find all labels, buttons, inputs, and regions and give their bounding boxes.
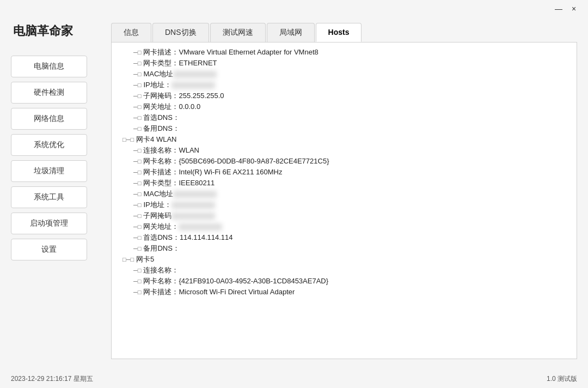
nic5-header-label: 网卡5	[136, 254, 154, 264]
nic4-gw-key: 网关地址：	[143, 222, 179, 232]
nic4-mac: ─□ MAC地址	[112, 189, 577, 199]
nic4-dns2-label: 备用DNS：	[143, 244, 179, 253]
nic3-type-label: 网卡类型：ETHERNET	[143, 58, 217, 68]
nic4-ip: ─□ IP地址：	[112, 199, 577, 210]
nic4-ip-value	[171, 202, 215, 209]
tab-lan[interactable]: 局域网	[267, 23, 315, 42]
content-box: ─□ 网卡描述：VMware Virtual Ethernet Adapter …	[111, 42, 577, 359]
collapse-icon: □─□	[122, 256, 134, 263]
nic3-dns2: ─□ 备用DNS：	[112, 123, 577, 134]
nic4-gw-value	[179, 223, 222, 231]
nic3-subnet: ─□ 子网掩码：255.255.255.0	[112, 90, 577, 101]
nic4-desc: ─□ 网卡描述：Intel(R) Wi-Fi 6E AX211 160MHz	[112, 167, 577, 178]
tab-bar: 信息 DNS切换 测试网速 局域网 Hosts	[111, 23, 577, 42]
leaf-icon: ─□	[133, 114, 141, 121]
leaf-icon: ─□	[133, 191, 141, 197]
nic3-desc-label: 网卡描述：VMware Virtual Ethernet Adapter for…	[143, 47, 318, 57]
tab-dns[interactable]: DNS切换	[152, 23, 209, 42]
nic4-connname-label: 连接名称：WLAN	[143, 146, 199, 155]
nic3-gw: ─□ 网关地址：0.0.0.0	[112, 101, 577, 112]
nic5-desc: ─□ 网卡描述：Microsoft Wi-Fi Direct Virtual A…	[112, 287, 577, 298]
titlebar: — ×	[0, 0, 588, 17]
nic3-mac-key: MAC地址	[143, 69, 173, 79]
nic4-subnet: ─□ 子网掩码	[112, 210, 577, 221]
leaf-icon: ─□	[133, 213, 141, 219]
leaf-icon: ─□	[133, 104, 141, 110]
nic4-header-label: 网卡4 WLAN	[136, 135, 176, 144]
leaf-icon: ─□	[133, 82, 141, 88]
nic3-ip: ─□ IP地址：	[112, 80, 577, 90]
nic4-nicname-label: 网卡名称：{505BC696-D0DB-4F80-9A87-82CE4E7721…	[143, 156, 329, 166]
leaf-icon: ─□	[133, 289, 141, 295]
nic5-connname-label: 连接名称：	[143, 265, 179, 275]
nic3-mac: ─□ MAC地址	[112, 69, 577, 80]
nic3-ip-key: IP地址：	[143, 80, 171, 90]
nic4-subnet-value	[171, 213, 215, 220]
nic3-type: ─□ 网卡类型：ETHERNET	[112, 58, 577, 69]
nic5-nicname-label: 网卡名称：{421FB910-0A03-4952-A30B-1CD8453AE7…	[143, 276, 328, 286]
leaf-icon: ─□	[133, 158, 141, 165]
leaf-icon: ─□	[133, 223, 141, 230]
tab-info[interactable]: 信息	[111, 23, 151, 42]
sidebar-item-settings[interactable]: 设置	[11, 239, 87, 260]
nic4-desc-label: 网卡描述：Intel(R) Wi-Fi 6E AX211 160MHz	[143, 167, 282, 177]
nic4-type: ─□ 网卡类型：IEEE80211	[112, 178, 577, 189]
nic4-dns1: ─□ 首选DNS：114.114.114.114	[112, 232, 577, 243]
nic4-header: □─□ 网卡4 WLAN	[112, 134, 577, 145]
sidebar: 电脑革命家 电脑信息 硬件检测 网络信息 系统优化 垃圾清理 系统工具 启动项管…	[11, 17, 98, 359]
tab-hosts[interactable]: Hosts	[316, 23, 362, 42]
leaf-icon: ─□	[133, 234, 141, 241]
nic3-dns1: ─□ 首选DNS：	[112, 112, 577, 123]
nic4-subnet-key: 子网掩码	[143, 211, 171, 221]
nic3-subnet-label: 子网掩码：255.255.255.0	[143, 91, 224, 101]
main-content: 电脑革命家 电脑信息 硬件检测 网络信息 系统优化 垃圾清理 系统工具 启动项管…	[0, 17, 588, 370]
sidebar-item-tools[interactable]: 系统工具	[11, 186, 87, 208]
nic4-dns2: ─□ 备用DNS：	[112, 243, 577, 254]
sidebar-item-optimize[interactable]: 系统优化	[11, 134, 87, 156]
right-panel: 信息 DNS切换 测试网速 局域网 Hosts ─□ 网卡描述：VMware V…	[98, 17, 577, 359]
main-window: — × 电脑革命家 电脑信息 硬件检测 网络信息 系统优化 垃圾清理 系统工具 …	[0, 0, 588, 388]
nic4-dns1-label: 首选DNS：114.114.114.114	[143, 233, 232, 242]
leaf-icon: ─□	[133, 267, 141, 274]
close-button[interactable]: ×	[566, 3, 581, 15]
nic3-mac-value	[173, 71, 217, 78]
collapse-icon: □─□	[122, 136, 134, 143]
nic3-gw-label: 网关地址：0.0.0.0	[143, 102, 200, 112]
nic4-nicname: ─□ 网卡名称：{505BC696-D0DB-4F80-9A87-82CE4E7…	[112, 156, 577, 167]
nic3-desc: ─□ 网卡描述：VMware Virtual Ethernet Adapter …	[112, 47, 577, 58]
leaf-icon: ─□	[133, 147, 141, 154]
nic4-gw: ─□ 网关地址：	[112, 221, 577, 232]
minimize-button[interactable]: —	[551, 3, 566, 15]
leaf-icon: ─□	[133, 202, 141, 208]
nic5-nicname: ─□ 网卡名称：{421FB910-0A03-4952-A30B-1CD8453…	[112, 276, 577, 287]
nic4-connname: ─□ 连接名称：WLAN	[112, 145, 577, 156]
nic5-connname: ─□ 连接名称：	[112, 265, 577, 276]
footer-datetime: 2023-12-29 21:16:17 星期五	[11, 374, 93, 384]
leaf-icon: ─□	[133, 49, 141, 56]
leaf-icon: ─□	[133, 60, 141, 66]
tree-view[interactable]: ─□ 网卡描述：VMware Virtual Ethernet Adapter …	[112, 43, 577, 359]
nic4-mac-key: MAC地址	[143, 189, 173, 199]
nic3-ip-value	[171, 82, 215, 89]
nic4-ip-key: IP地址：	[143, 200, 171, 210]
tab-speedtest[interactable]: 测试网速	[210, 23, 266, 42]
leaf-icon: ─□	[133, 245, 141, 252]
sidebar-item-pc-info[interactable]: 电脑信息	[11, 56, 87, 77]
nic4-mac-value	[173, 191, 217, 198]
sidebar-item-startup[interactable]: 启动项管理	[11, 213, 87, 234]
sidebar-item-hardware[interactable]: 硬件检测	[11, 82, 87, 104]
sidebar-item-clean[interactable]: 垃圾清理	[11, 160, 87, 182]
nic3-dns2-label: 备用DNS：	[143, 124, 179, 134]
nic4-type-label: 网卡类型：IEEE80211	[143, 178, 215, 188]
nic5-header: □─□ 网卡5	[112, 254, 577, 265]
app-title: 电脑革命家	[11, 23, 98, 39]
nic5-desc-label: 网卡描述：Microsoft Wi-Fi Direct Virtual Adap…	[143, 287, 295, 297]
leaf-icon: ─□	[133, 125, 141, 132]
leaf-icon: ─□	[133, 278, 141, 284]
leaf-icon: ─□	[133, 169, 141, 175]
leaf-icon: ─□	[133, 71, 141, 77]
sidebar-item-network[interactable]: 网络信息	[11, 108, 87, 130]
footer: 2023-12-29 21:16:17 星期五 1.0 测试版	[0, 370, 588, 388]
leaf-icon: ─□	[133, 93, 141, 99]
leaf-icon: ─□	[133, 180, 141, 186]
